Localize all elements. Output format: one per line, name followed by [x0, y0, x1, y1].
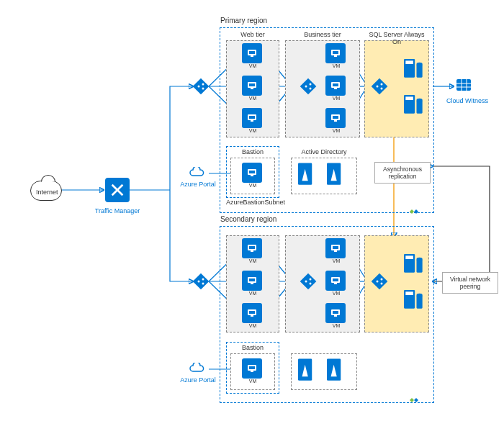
vm-node: VM	[242, 76, 264, 101]
vm-node: VM	[242, 358, 264, 384]
svg-point-38	[202, 83, 204, 86]
vm-node: VM	[325, 76, 347, 101]
primary-bastion-title: Bastion	[231, 148, 274, 155]
async-replication-note: Asynchronous replication	[374, 162, 431, 184]
vm-node: VM	[242, 303, 264, 328]
vm-node: VM	[325, 43, 347, 68]
vm-icon	[325, 271, 346, 291]
cloud-witness-label: Cloud Witness	[442, 97, 492, 104]
svg-point-53	[381, 279, 383, 281]
vm-icon	[325, 303, 346, 323]
secondary-sql-lb	[372, 273, 387, 289]
secondary-biz-lb	[300, 273, 316, 289]
vm-caption: VM	[325, 291, 347, 296]
svg-point-51	[310, 283, 312, 285]
sql-server-icon	[402, 59, 426, 82]
vm-node: VM	[325, 271, 347, 296]
vm-caption: VM	[242, 128, 264, 133]
traffic-manager-icon	[105, 178, 130, 202]
primary-ad-title: Active Directory	[292, 148, 356, 155]
ad-server-icon	[327, 358, 351, 381]
vm-icon	[242, 303, 262, 323]
svg-rect-64	[456, 79, 471, 91]
secondary-biz-tier	[285, 235, 360, 332]
peering-text: Virtual network peering	[450, 276, 490, 290]
cloud-witness-icon	[455, 78, 475, 95]
vm-caption: VM	[325, 96, 347, 101]
vm-node: VM	[325, 238, 347, 263]
vm-caption: VM	[242, 379, 264, 384]
svg-marker-70	[414, 209, 418, 214]
vm-node: VM	[325, 108, 347, 133]
sql-server-icon	[402, 290, 426, 313]
vm-icon	[325, 238, 346, 258]
primary-sql-title: SQL Server Always On	[365, 31, 428, 45]
traffic-manager-label: Traffic Manager	[92, 207, 143, 214]
svg-marker-69	[410, 209, 414, 214]
vm-node: VM	[325, 303, 347, 328]
svg-point-44	[381, 83, 383, 86]
vm-caption: VM	[242, 258, 264, 263]
svg-point-40	[305, 86, 307, 88]
vm-caption: VM	[325, 128, 347, 133]
vm-icon	[325, 108, 346, 128]
internet-label: Internet	[36, 189, 58, 196]
primary-bastion-subnet-label: AzureBastionSubnet	[226, 199, 284, 206]
vm-icon	[242, 76, 262, 96]
primary-sql-lb	[372, 78, 387, 94]
svg-point-48	[202, 283, 204, 285]
azure-portal-label-2: Azure Portal	[180, 376, 216, 384]
ad-server-icon	[327, 163, 351, 186]
vm-node: VM	[242, 43, 264, 68]
vm-icon	[242, 238, 262, 258]
ad-server-icon	[298, 358, 323, 381]
svg-point-42	[310, 88, 312, 90]
vm-node: VM	[242, 108, 264, 133]
svg-point-37	[198, 86, 200, 88]
primary-biz-title: Business tier	[286, 31, 359, 38]
svg-point-50	[310, 279, 312, 281]
svg-point-49	[305, 281, 307, 283]
azure-portal-label: Azure Portal	[180, 181, 216, 188]
vm-node: VM	[242, 238, 264, 263]
azure-portal-icon	[189, 363, 206, 376]
svg-point-43	[377, 86, 379, 88]
ad-server-icon	[298, 163, 323, 186]
secondary-lb	[193, 273, 209, 289]
vm-icon	[325, 43, 346, 63]
primary-biz-tier: Business tier	[285, 40, 360, 137]
primary-region-title: Primary region	[220, 17, 267, 24]
vm-caption: VM	[242, 96, 264, 101]
vm-caption: VM	[325, 323, 347, 328]
svg-point-45	[381, 88, 383, 90]
vm-icon	[325, 76, 346, 96]
svg-point-39	[202, 88, 204, 90]
secondary-bastion-title: Bastion	[231, 344, 274, 351]
svg-point-41	[310, 83, 312, 86]
svg-marker-72	[414, 398, 418, 402]
sql-server-icon	[402, 95, 426, 118]
sql-server-icon	[402, 254, 426, 277]
svg-point-47	[202, 279, 204, 281]
vm-caption: VM	[325, 63, 347, 68]
primary-lb	[193, 78, 209, 94]
vm-caption: VM	[242, 183, 264, 188]
vm-icon	[242, 43, 262, 63]
vm-icon	[242, 108, 262, 128]
vnet-peering-note: Virtual network peering	[442, 272, 498, 294]
vm-icon	[242, 358, 262, 379]
primary-biz-lb	[300, 78, 316, 94]
async-text: Asynchronous replication	[383, 166, 422, 180]
vm-caption: VM	[242, 323, 264, 328]
vm-node: VM	[242, 271, 264, 296]
vnet-peering-icon	[408, 397, 420, 404]
vm-node: VM	[242, 163, 264, 188]
vnet-peering-icon	[408, 208, 420, 215]
azure-portal-icon	[189, 167, 206, 180]
svg-point-52	[377, 281, 379, 283]
svg-point-46	[198, 281, 200, 283]
vm-caption: VM	[242, 291, 264, 296]
svg-marker-71	[410, 398, 414, 402]
vm-caption: VM	[325, 258, 347, 263]
vm-icon	[242, 163, 262, 183]
